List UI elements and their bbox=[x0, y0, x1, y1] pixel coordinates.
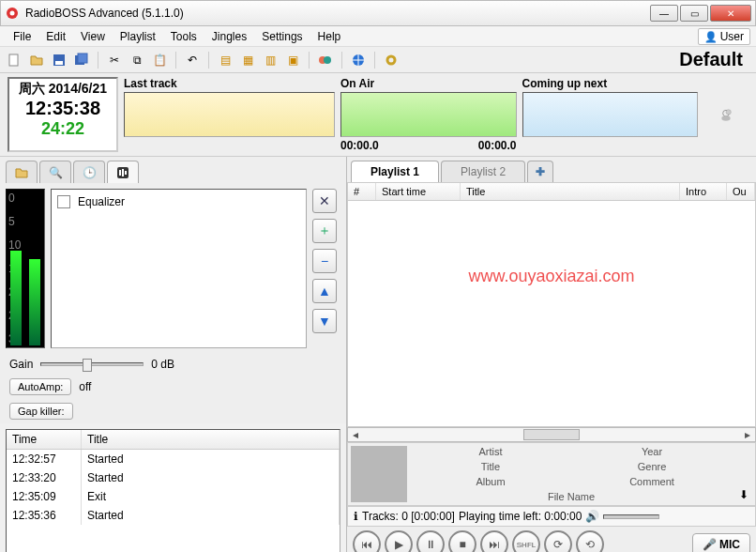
volume-slider[interactable] bbox=[603, 514, 659, 519]
scroll-left-icon[interactable]: ◂ bbox=[348, 428, 363, 441]
shuffle-button[interactable]: SHFL bbox=[512, 530, 540, 552]
fx-down-button[interactable]: ▼ bbox=[312, 309, 337, 333]
fx-settings-button[interactable]: ✕ bbox=[312, 189, 337, 213]
autoamp-button[interactable]: AutoAmp: bbox=[9, 378, 71, 395]
fx-add-button[interactable]: ＋ bbox=[312, 219, 337, 243]
open-icon[interactable] bbox=[28, 52, 45, 69]
log-row[interactable]: 12:35:36Started bbox=[7, 506, 340, 525]
fx-remove-button[interactable]: − bbox=[312, 249, 337, 273]
gain-label: Gain bbox=[9, 358, 33, 371]
minimize-button[interactable]: — bbox=[650, 5, 678, 22]
clock-countdown: 24:22 bbox=[9, 119, 116, 139]
new-icon[interactable] bbox=[6, 52, 23, 69]
next-button[interactable]: ⏭ bbox=[480, 530, 508, 552]
log-table: Time Title 12:32:57Started 12:33:20Start… bbox=[6, 429, 340, 552]
tab-playlist-1[interactable]: Playlist 1 bbox=[351, 161, 439, 182]
vu-tick: 0 bbox=[8, 192, 42, 205]
info-comment: Comment bbox=[571, 474, 733, 489]
fx-checkbox[interactable] bbox=[57, 195, 70, 208]
tab-fx[interactable] bbox=[107, 161, 139, 183]
undo-icon[interactable]: ↶ bbox=[184, 52, 201, 69]
menu-settings[interactable]: Settings bbox=[254, 28, 310, 45]
close-button[interactable]: ✕ bbox=[710, 5, 751, 22]
maximize-button[interactable]: ▭ bbox=[680, 5, 708, 22]
save-icon[interactable] bbox=[51, 52, 68, 69]
menu-playlist[interactable]: Playlist bbox=[113, 28, 163, 45]
scroll-right-icon[interactable]: ▸ bbox=[740, 428, 755, 441]
svg-rect-17 bbox=[125, 171, 127, 175]
tab-add-playlist[interactable]: ✚ bbox=[527, 161, 553, 182]
play-button[interactable]: ▶ bbox=[385, 530, 413, 552]
tab-folder[interactable] bbox=[6, 161, 38, 183]
volume-icon[interactable]: 🔊 bbox=[585, 510, 599, 523]
globe-icon[interactable] bbox=[350, 52, 367, 69]
saveall-icon[interactable] bbox=[73, 52, 90, 69]
log-col-time[interactable]: Time bbox=[7, 430, 82, 449]
tab-search[interactable]: 🔍 bbox=[39, 161, 71, 183]
col-outro[interactable]: Ou bbox=[727, 183, 755, 200]
svg-point-1 bbox=[10, 11, 15, 16]
menu-edit[interactable]: Edit bbox=[38, 28, 73, 45]
loop-button[interactable]: ⟲ bbox=[576, 530, 604, 552]
log-row[interactable]: 12:33:20Started bbox=[7, 468, 340, 487]
scroll-thumb[interactable] bbox=[523, 429, 580, 440]
watermark: www.ouyaoxiazai.com bbox=[468, 267, 634, 286]
tab-playlist-2[interactable]: Playlist 2 bbox=[441, 161, 525, 182]
menu-file[interactable]: File bbox=[6, 28, 38, 45]
gain-value: 0 dB bbox=[151, 358, 174, 371]
download-icon[interactable]: ⬇ bbox=[733, 443, 755, 505]
palette-icon[interactable] bbox=[317, 52, 334, 69]
vu-tick: 5 bbox=[8, 215, 42, 228]
playlist-tabs: Playlist 1 Playlist 2 ✚ bbox=[347, 157, 756, 182]
repeat-button[interactable]: ⟳ bbox=[544, 530, 572, 552]
user-button[interactable]: 👤 User bbox=[698, 28, 750, 45]
list3-icon[interactable]: ▥ bbox=[262, 52, 279, 69]
info-album: Album bbox=[410, 474, 571, 489]
list-icon[interactable]: ▤ bbox=[217, 52, 234, 69]
col-intro[interactable]: Intro bbox=[680, 183, 727, 200]
tab-clock[interactable]: 🕒 bbox=[73, 161, 105, 183]
list4-icon[interactable]: ▣ bbox=[284, 52, 301, 69]
clock-box: 周六 2014/6/21 12:35:38 24:22 bbox=[8, 77, 118, 152]
gapkiller-button[interactable]: Gap killer: bbox=[9, 403, 73, 420]
prev-button[interactable]: ⏮ bbox=[353, 530, 381, 552]
col-num[interactable]: # bbox=[348, 183, 376, 200]
autoamp-state: off bbox=[79, 380, 91, 393]
fx-row-equalizer[interactable]: Equalizer bbox=[57, 195, 300, 208]
now-playing-strip: 周六 2014/6/21 12:35:38 24:22 Last track O… bbox=[0, 73, 756, 157]
track-info: Artist Year Title Genre Album Comment Fi… bbox=[347, 442, 756, 506]
status-playing: Playing time left: 0:00:00 bbox=[459, 510, 582, 523]
copy-icon[interactable]: ⧉ bbox=[129, 52, 145, 69]
mic-button[interactable]: 🎤 MIC bbox=[692, 533, 750, 552]
fx-up-button[interactable]: ▲ bbox=[312, 279, 337, 303]
paste-icon[interactable]: 📋 bbox=[151, 52, 168, 69]
svg-rect-15 bbox=[119, 170, 121, 176]
gain-slider[interactable] bbox=[40, 362, 144, 366]
playlist-body[interactable]: www.ouyaoxiazai.com bbox=[347, 201, 756, 427]
titlebar: RadioBOSS Advanced (5.1.1.0) — ▭ ✕ bbox=[0, 0, 756, 26]
log-col-title[interactable]: Title bbox=[82, 430, 340, 449]
col-start[interactable]: Start time bbox=[376, 183, 461, 200]
menu-tools[interactable]: Tools bbox=[163, 28, 204, 45]
svg-point-13 bbox=[726, 110, 731, 115]
info-filename: File Name bbox=[410, 489, 733, 504]
cut-icon[interactable]: ✂ bbox=[106, 52, 123, 69]
gear-icon[interactable] bbox=[383, 52, 400, 69]
list2-icon[interactable]: ▦ bbox=[239, 52, 256, 69]
vu-tick: 10 bbox=[8, 238, 42, 252]
menu-view[interactable]: View bbox=[73, 28, 113, 45]
log-row[interactable]: 12:32:57Started bbox=[7, 450, 340, 468]
stop-button[interactable]: ■ bbox=[448, 530, 476, 552]
log-row[interactable]: 12:35:09Exit bbox=[7, 487, 340, 506]
svg-point-12 bbox=[721, 115, 730, 120]
transport-bar: ⏮ ▶ ⏸ ■ ⏭ SHFL ⟳ ⟲ 🎤 MIC bbox=[347, 527, 756, 552]
col-title[interactable]: Title bbox=[461, 183, 680, 200]
playlist-hscroll[interactable]: ◂ ▸ bbox=[347, 427, 756, 442]
on-air-label: On Air bbox=[340, 77, 517, 90]
profile-label: Default bbox=[679, 49, 750, 70]
menu-help[interactable]: Help bbox=[310, 28, 349, 45]
menubar: File Edit View Playlist Tools Jingles Se… bbox=[0, 26, 756, 47]
pause-button[interactable]: ⏸ bbox=[416, 530, 445, 552]
fx-list[interactable]: Equalizer bbox=[51, 189, 307, 348]
menu-jingles[interactable]: Jingles bbox=[204, 28, 254, 45]
